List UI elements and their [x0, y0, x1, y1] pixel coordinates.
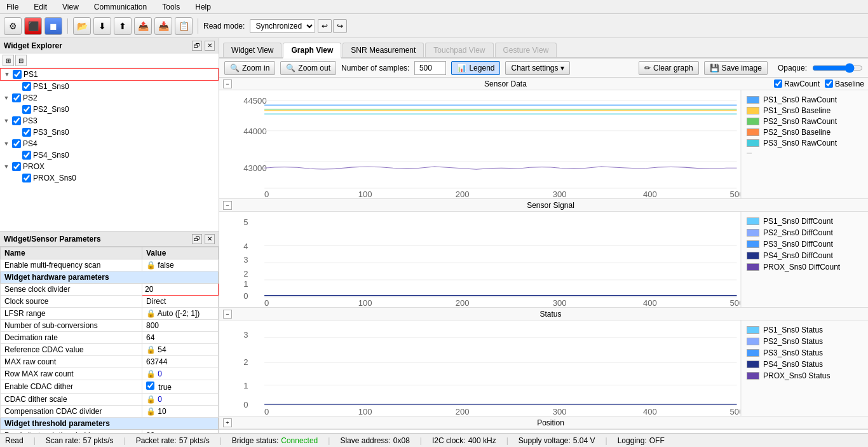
- opaque-slider[interactable]: [812, 63, 863, 73]
- legend-item-ps2-status: PS2_Sns0 Status: [747, 337, 863, 346]
- sensor-data-header: − Sensor Data RawCount Baseline: [219, 78, 868, 90]
- menu-file[interactable]: File: [3, 1, 22, 13]
- redo-button[interactable]: ↪: [333, 19, 347, 33]
- params-scroll-area[interactable]: Name Value Enable multi-frequency scan 🔒…: [0, 247, 219, 433]
- tab-widget-view[interactable]: Widget View: [223, 43, 281, 57]
- legend-scrollbar[interactable]: [747, 153, 752, 154]
- svg-text:0: 0: [243, 291, 248, 301]
- legend-color-ps3-status: [747, 349, 759, 357]
- tree-child-prox: PROX_Sns0: [0, 172, 219, 184]
- i2c-clock-label: I2C clock:: [432, 436, 466, 445]
- tree-node-ps4[interactable]: ▼ PS4: [0, 138, 219, 149]
- down-button[interactable]: ⬇: [93, 17, 111, 35]
- status-legend: PS1_Sns0 Status PS2_Sns0 Status PS3_Sns0…: [741, 320, 868, 416]
- undo-button[interactable]: ↩: [318, 19, 332, 33]
- menu-help[interactable]: Help: [191, 1, 215, 13]
- legend-label-ps4-status: PS4_Sns0 Status: [763, 360, 823, 369]
- menu-edit[interactable]: Edit: [30, 1, 51, 13]
- checkbox-ps2-sns0[interactable]: [22, 105, 31, 114]
- tree-node-ps2-sns0[interactable]: PS2_Sns0: [18, 104, 219, 115]
- tree-node-prox[interactable]: ▼ PROX: [0, 161, 219, 172]
- param-value-scd[interactable]: [142, 284, 219, 296]
- rawcount-check-label[interactable]: RawCount: [774, 79, 820, 88]
- collapse-signal-button[interactable]: −: [223, 201, 232, 210]
- tab-graph-view[interactable]: Graph View: [283, 43, 341, 58]
- sensor-data-svg: 44500 44000 43000 0 100 200: [219, 90, 740, 198]
- dither-checkbox[interactable]: [146, 382, 154, 390]
- legend-color-ps2-diff: [747, 229, 759, 237]
- save-image-button[interactable]: 💾 Save image: [704, 61, 768, 75]
- menu-view[interactable]: View: [58, 1, 83, 13]
- position-title: Position: [237, 418, 864, 427]
- menu-communication[interactable]: Communication: [90, 1, 151, 13]
- legend-button[interactable]: 📊 Legend: [451, 61, 500, 75]
- expand-prox-icon: ▼: [3, 163, 10, 170]
- param-name: Enable multi-frequency scan: [1, 259, 142, 272]
- widget-explorer-close[interactable]: ✕: [205, 41, 215, 51]
- collapse-status-button[interactable]: −: [223, 310, 232, 319]
- tree-node-ps3[interactable]: ▼ PS3: [0, 115, 219, 127]
- slave-address-label: Slave address:: [340, 436, 390, 445]
- samples-input[interactable]: [414, 61, 446, 75]
- legend-label-ps2-status: PS2_Sns0 Status: [763, 337, 823, 346]
- rawcount-checkbox[interactable]: [774, 79, 782, 88]
- read-mode-select[interactable]: Synchronized: [250, 19, 315, 33]
- stop-button[interactable]: ⬛: [24, 17, 42, 35]
- checkbox-ps3-sns0[interactable]: [22, 128, 31, 137]
- label-prox-sns0: PROX_Sns0: [33, 174, 76, 182]
- report-button[interactable]: 📋: [175, 17, 193, 35]
- sensor-params-restore[interactable]: 🗗: [192, 234, 202, 244]
- tree-node-prox-sns0[interactable]: PROX_Sns0: [18, 172, 219, 184]
- sep1: |: [34, 436, 36, 445]
- widget-explorer-restore[interactable]: 🗗: [192, 41, 202, 51]
- export-button[interactable]: 📤: [134, 17, 152, 35]
- position-chart: + Position: [219, 416, 868, 430]
- zoom-out-button[interactable]: 🔍 Zoom out: [280, 61, 336, 75]
- checkbox-prox[interactable]: [12, 162, 21, 171]
- chart-settings-button[interactable]: Chart settings ▾: [505, 61, 569, 75]
- expand-all-button[interactable]: ⊞: [3, 55, 14, 66]
- legend-color-prox-status: [747, 372, 759, 380]
- tree-node-ps1[interactable]: ▼ PS1: [0, 68, 219, 81]
- checkbox-ps4[interactable]: [12, 139, 21, 148]
- legend-color-ps3-raw: [747, 139, 759, 147]
- expand-ps4-icon: ▼: [3, 140, 10, 148]
- collapse-sensor-data-button[interactable]: −: [223, 79, 232, 88]
- legend-item-ps4-status: PS4_Sns0 Status: [747, 360, 863, 369]
- up-button[interactable]: ⬆: [114, 17, 132, 35]
- separator-1: [67, 18, 68, 34]
- import-button[interactable]: 📥: [154, 17, 172, 35]
- menu-tools[interactable]: Tools: [158, 1, 184, 13]
- sensor-params-close[interactable]: ✕: [205, 234, 215, 244]
- checkbox-ps3[interactable]: [12, 116, 21, 125]
- checkbox-ps1[interactable]: [13, 70, 22, 79]
- tree-node-ps2[interactable]: ▼ PS2: [0, 92, 219, 104]
- logging-label: Logging:: [618, 436, 647, 445]
- tab-snr[interactable]: SNR Measurement: [342, 43, 424, 57]
- collapse-position-button[interactable]: +: [223, 418, 232, 427]
- bridge-status-item: Bridge status: Connected: [232, 436, 318, 445]
- tree-node-ps3-sns0[interactable]: PS3_Sns0: [18, 127, 219, 138]
- section-row-hw: Widget hardware parameters: [1, 272, 219, 284]
- params-table: Name Value Enable multi-frequency scan 🔒…: [0, 247, 219, 433]
- clear-graph-button[interactable]: ✏ Clear graph: [639, 61, 699, 75]
- tree-node-ps1-sns0[interactable]: PS1_Sns0: [18, 81, 219, 92]
- checkbox-ps2[interactable]: [12, 93, 21, 102]
- legend-item-ps1-status: PS1_Sns0 Status: [747, 326, 863, 334]
- collapse-all-button[interactable]: ⊟: [15, 55, 27, 66]
- zoom-in-button[interactable]: 🔍 Zoom in: [224, 61, 275, 75]
- checkbox-ps1-sns0[interactable]: [22, 82, 31, 91]
- scan-rate-item: Scan rate: 57 pkts/s: [46, 436, 114, 445]
- baseline-checkbox[interactable]: [825, 79, 833, 88]
- settings-button[interactable]: ⚙: [4, 17, 22, 35]
- save-image-label: Save image: [722, 64, 762, 72]
- checkbox-ps4-sns0[interactable]: [22, 151, 31, 160]
- pause-button[interactable]: ◼: [44, 17, 62, 35]
- table-row: MAX raw count 63744: [1, 356, 219, 368]
- open-button[interactable]: 📂: [73, 17, 91, 35]
- sense-clock-divider-input[interactable]: [145, 285, 177, 294]
- param-name-cs: Clock source: [1, 296, 142, 308]
- tree-node-ps4-sns0[interactable]: PS4_Sns0: [18, 149, 219, 161]
- baseline-check-label[interactable]: Baseline: [825, 79, 864, 88]
- checkbox-prox-sns0[interactable]: [22, 174, 31, 182]
